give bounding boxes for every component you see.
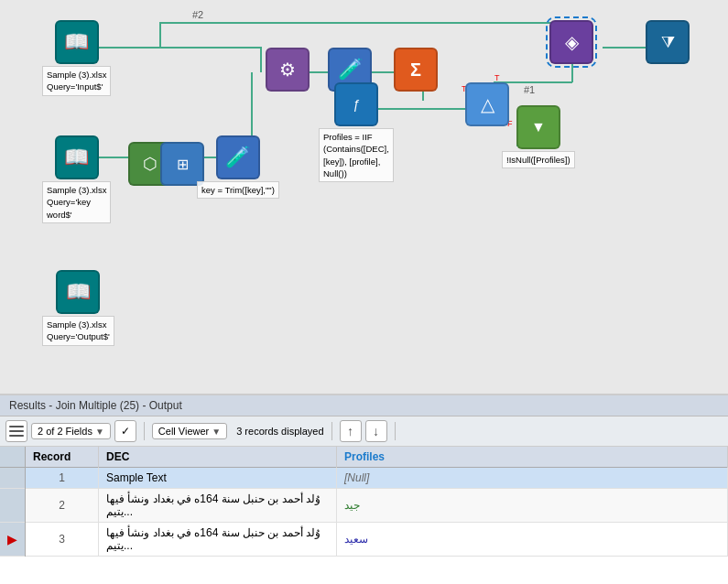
connection-label-2: #2 (192, 9, 203, 20)
node-icon-filter: ▼ (516, 105, 560, 149)
row-side-icon: ▶ (0, 523, 26, 557)
cell-profiles: سعيد (337, 523, 728, 557)
cell-dec: وُلد أحمد بن حنبل سنة 164ه في بغداد ونشأ… (99, 523, 337, 557)
separator-2 (331, 422, 332, 440)
fields-chevron-icon: ▼ (95, 427, 104, 437)
node-label-input1: Sample (3).xlsx Query='Input$' (42, 66, 111, 96)
th-record: Record (26, 447, 99, 468)
node-label-formula: Profiles = IIF (Contains([DEC], [key]), … (319, 128, 394, 182)
toolbar: 2 of 2 Fields ▼ ✓ Cell Viewer ▼ 3 record… (0, 416, 728, 447)
arrow-up-icon: ↑ (347, 424, 353, 438)
scroll-up-button[interactable]: ↑ (340, 420, 362, 442)
node-label-input3: Sample (3).xlsx Query='Output$' (42, 316, 114, 346)
table-row[interactable]: 1Sample Text[Null] (0, 468, 728, 489)
node-icon-input3: 📖 (56, 270, 100, 314)
th-profiles: Profiles (337, 447, 728, 468)
arrow-down-icon: ↓ (373, 424, 379, 438)
cell-profiles: [Null] (337, 468, 728, 489)
fields-dropdown-button[interactable]: 2 of 2 Fields ▼ (31, 423, 111, 439)
node-formula[interactable]: ƒ Profiles = IIF (Contains([DEC], [key])… (319, 82, 394, 182)
node-icon-browse: ⧩ (646, 20, 690, 64)
node-input2[interactable]: 📖 Sample (3).xlsx Query='key word$' (42, 135, 111, 223)
node-icon-sum: Σ (394, 48, 438, 92)
node-icon-lab2: 🧪 (216, 135, 260, 179)
node-label-input2: Sample (3).xlsx Query='key word$' (42, 181, 111, 223)
scroll-down-button[interactable]: ↓ (365, 420, 387, 442)
node-input1[interactable]: 📖 Sample (3).xlsx Query='Input$' (42, 20, 111, 96)
table-header-row: Record DEC Profiles (0, 447, 728, 468)
table-row[interactable]: 2وُلد أحمد بن حنبل سنة 164ه في بغداد ونش… (0, 489, 728, 523)
cell-profiles: جيد (337, 489, 728, 523)
th-dec: DEC (99, 447, 337, 468)
node-lab2[interactable]: 🧪 key = Trim([key],"") (197, 135, 279, 199)
fields-label: 2 of 2 Fields (38, 426, 92, 437)
connection-label-1: #1 (524, 84, 535, 95)
node-icon-input1: 📖 (55, 20, 99, 64)
node-label-filter: !IsNull([Profiles]) (502, 151, 575, 168)
check-button[interactable]: ✓ (114, 420, 136, 442)
table-row[interactable]: ▶3وُلد أحمد بن حنبل سنة 164ه في بغداد ون… (0, 523, 728, 557)
cell-record: 1 (26, 468, 99, 489)
node-sum[interactable]: Σ (394, 48, 438, 92)
workflow-canvas: #2 T #1 T F 📖 Sample (3).xlsx Query (0, 0, 728, 394)
data-table: Record DEC Profiles 1Sample Text[Null]2و… (0, 447, 728, 584)
cell-viewer-label: Cell Viewer (158, 426, 209, 437)
node-gear[interactable]: ⚙ (266, 48, 310, 92)
node-input3[interactable]: 📖 Sample (3).xlsx Query='Output$' (42, 270, 114, 346)
th-row-icon (0, 447, 26, 468)
node-icon-formula: ƒ (334, 82, 378, 126)
row-side-icon (0, 468, 26, 489)
node-label-lab2: key = Trim([key],"") (197, 181, 279, 199)
node-filter[interactable]: ▼ !IsNull([Profiles]) (502, 105, 575, 168)
separator-3 (395, 422, 396, 440)
node-select[interactable]: ◈ (549, 20, 593, 64)
cell-viewer-chevron-icon: ▼ (212, 427, 221, 437)
cell-viewer-button[interactable]: Cell Viewer ▼ (152, 423, 227, 439)
separator-1 (144, 422, 145, 440)
cell-dec: وُلد أحمد بن حنبل سنة 164ه في بغداد ونشأ… (99, 489, 337, 523)
node-icon-gear: ⚙ (266, 48, 310, 92)
cell-record: 3 (26, 523, 99, 557)
node-browse[interactable]: ⧩ (646, 20, 690, 64)
cell-record: 2 (26, 489, 99, 523)
records-count-label: 3 records displayed (236, 426, 323, 437)
hamburger-menu-button[interactable] (5, 420, 27, 442)
row-side-icon (0, 489, 26, 523)
results-bar: Results - Join Multiple (25) - Output (0, 395, 728, 416)
results-path: Results - Join Multiple (25) - Output (9, 399, 182, 412)
node-icon-input2: 📖 (55, 135, 99, 179)
node-icon-select: ◈ (549, 20, 593, 64)
t-label-1: T (494, 73, 500, 82)
cell-dec: Sample Text (99, 468, 337, 489)
bottom-panel: Results - Join Multiple (25) - Output 2 … (0, 394, 728, 584)
